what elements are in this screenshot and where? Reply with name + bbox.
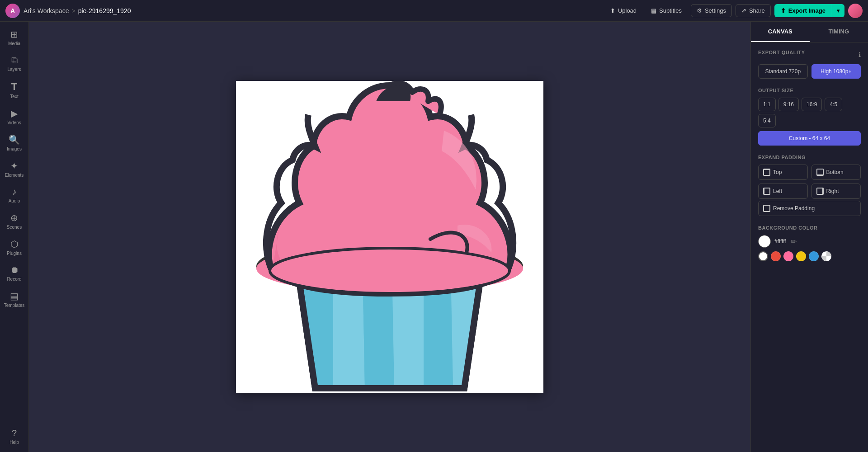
size-9x16-button[interactable]: 9:16 <box>778 98 799 111</box>
sidebar-item-label: Templates <box>4 303 25 308</box>
padding-bottom-button[interactable]: Bottom <box>811 165 861 180</box>
color-preset-pink[interactable] <box>783 251 793 261</box>
topbar-center: ⬆ Upload ▤ Subtitles <box>607 5 685 16</box>
padding-bottom-label: Bottom <box>826 169 844 175</box>
right-panel: CANVAS TIMING EXPORT QUALITY ℹ Standard … <box>750 22 868 452</box>
expand-padding-title: EXPAND PADDING <box>758 155 861 160</box>
size-1x1-button[interactable]: 1:1 <box>758 98 776 111</box>
sidebar-item-label: Videos <box>7 120 21 125</box>
padding-bottom-icon <box>816 169 824 176</box>
chevron-down-icon: ▾ <box>837 7 840 14</box>
sidebar-item-help[interactable]: ? Help <box>2 424 27 448</box>
color-preset-red[interactable] <box>771 251 781 261</box>
remove-padding-icon <box>763 205 770 212</box>
export-image-button[interactable]: ⬆ Export Image <box>774 4 832 17</box>
output-size-title: OUTPUT SIZE <box>758 88 861 93</box>
canvas-area <box>29 22 750 452</box>
breadcrumb: Ari's Workspace > pie-2916299_1920 <box>24 7 131 14</box>
panel-tabs: CANVAS TIMING <box>751 22 868 42</box>
settings-button[interactable]: ⚙ Settings <box>691 4 732 17</box>
elements-icon: ✦ <box>10 160 18 171</box>
expand-padding-section: EXPAND PADDING Top Bottom Left <box>758 155 861 216</box>
record-icon: ⏺ <box>10 265 19 275</box>
export-quality-info-icon[interactable]: ℹ <box>859 51 861 58</box>
breadcrumb-separator: > <box>71 7 75 14</box>
sidebar-item-scenes[interactable]: ⊕ Scenes <box>2 209 27 233</box>
sidebar-item-label: Audio <box>9 198 20 203</box>
sidebar-item-plugins[interactable]: ⬡ Plugins <box>2 235 27 259</box>
layers-icon: ⧉ <box>11 55 18 66</box>
help-icon: ? <box>12 428 17 438</box>
user-avatar[interactable] <box>848 4 863 18</box>
size-5x4-button[interactable]: 5:4 <box>758 114 776 127</box>
remove-padding-button[interactable]: Remove Padding <box>758 201 861 216</box>
padding-left-label: Left <box>773 188 782 194</box>
upload-label: Upload <box>618 7 637 14</box>
background-color-row: #ffffff ✏ <box>758 235 861 261</box>
quality-standard-button[interactable]: Standard 720p <box>758 64 808 79</box>
current-color-swatch[interactable] <box>758 235 771 248</box>
padding-right-button[interactable]: Right <box>811 184 861 199</box>
media-icon: ⊞ <box>10 29 18 40</box>
export-label: Export Image <box>788 7 826 14</box>
sidebar: ⊞ Media ⧉ Layers T Text ▶ Videos 🔍 Image… <box>0 22 29 452</box>
eyedropper-button[interactable]: ✏ <box>790 236 797 247</box>
export-dropdown-button[interactable]: ▾ <box>832 4 844 17</box>
subtitles-label: Subtitles <box>659 7 682 14</box>
sidebar-item-label: Media <box>8 41 20 46</box>
cupcake-illustration <box>236 81 543 393</box>
sidebar-item-videos[interactable]: ▶ Videos <box>2 104 27 129</box>
sidebar-item-label: Text <box>10 94 18 99</box>
sidebar-item-templates[interactable]: ▤ Templates <box>2 287 27 311</box>
size-16x9-button[interactable]: 16:9 <box>802 98 822 111</box>
sidebar-item-label: Plugins <box>7 251 22 256</box>
sidebar-item-label: Layers <box>7 67 21 72</box>
upload-button[interactable]: ⬆ Upload <box>607 5 640 16</box>
panel-content: EXPORT QUALITY ℹ Standard 720p High 1080… <box>751 42 868 268</box>
sidebar-item-label: Images <box>7 146 22 151</box>
workspace-avatar[interactable]: A <box>5 4 20 18</box>
sidebar-item-images[interactable]: 🔍 Images <box>2 131 27 155</box>
workspace-link[interactable]: Ari's Workspace <box>24 7 69 14</box>
share-button[interactable]: ⇗ Share <box>736 4 771 17</box>
share-label: Share <box>749 7 765 14</box>
sidebar-item-layers[interactable]: ⧉ Layers <box>2 52 27 75</box>
custom-size-button[interactable]: Custom - 64 x 64 <box>758 131 861 146</box>
background-color-section: BACKGROUND COLOR #ffffff ✏ <box>758 225 861 261</box>
color-preset-blue[interactable] <box>809 251 819 261</box>
subtitles-icon: ▤ <box>651 7 656 14</box>
topbar: A Ari's Workspace > pie-2916299_1920 ⬆ U… <box>0 0 868 22</box>
sidebar-item-audio[interactable]: ♪ Audio <box>2 183 27 207</box>
padding-grid: Top Bottom Left Right <box>758 165 861 199</box>
settings-icon: ⚙ <box>697 7 702 14</box>
sidebar-item-elements[interactable]: ✦ Elements <box>2 157 27 181</box>
padding-right-label: Right <box>826 188 839 194</box>
sidebar-item-record[interactable]: ⏺ Record <box>2 261 27 285</box>
sidebar-item-text[interactable]: T Text <box>2 77 27 103</box>
sidebar-item-media[interactable]: ⊞ Media <box>2 25 27 50</box>
share-icon: ⇗ <box>741 7 746 14</box>
text-icon: T <box>11 81 17 93</box>
padding-left-button[interactable]: Left <box>758 184 808 199</box>
color-preset-white[interactable] <box>758 251 768 261</box>
padding-top-label: Top <box>773 169 782 175</box>
sidebar-item-label: Help <box>9 440 19 445</box>
size-4x5-button[interactable]: 4:5 <box>825 98 842 111</box>
upload-icon: ⬆ <box>610 7 615 14</box>
export-quality-title: EXPORT QUALITY <box>758 50 805 55</box>
color-preset-transparent[interactable] <box>821 251 831 261</box>
subtitles-button[interactable]: ▤ Subtitles <box>647 5 685 16</box>
tab-canvas[interactable]: CANVAS <box>751 22 810 42</box>
export-group: ⬆ Export Image ▾ <box>774 4 844 17</box>
color-preset-yellow[interactable] <box>796 251 806 261</box>
quality-high-button[interactable]: High 1080p+ <box>811 64 861 79</box>
quality-options: Standard 720p High 1080p+ <box>758 64 861 79</box>
padding-top-button[interactable]: Top <box>758 165 808 180</box>
tab-timing[interactable]: TIMING <box>810 22 868 42</box>
sidebar-item-label: Record <box>7 277 21 282</box>
padding-left-icon <box>763 188 770 195</box>
topbar-right: ⚙ Settings ⇗ Share ⬆ Export Image ▾ <box>691 4 863 18</box>
color-hex-value: #ffffff <box>774 238 786 245</box>
project-name: pie-2916299_1920 <box>78 7 131 14</box>
padding-top-icon <box>763 169 770 176</box>
